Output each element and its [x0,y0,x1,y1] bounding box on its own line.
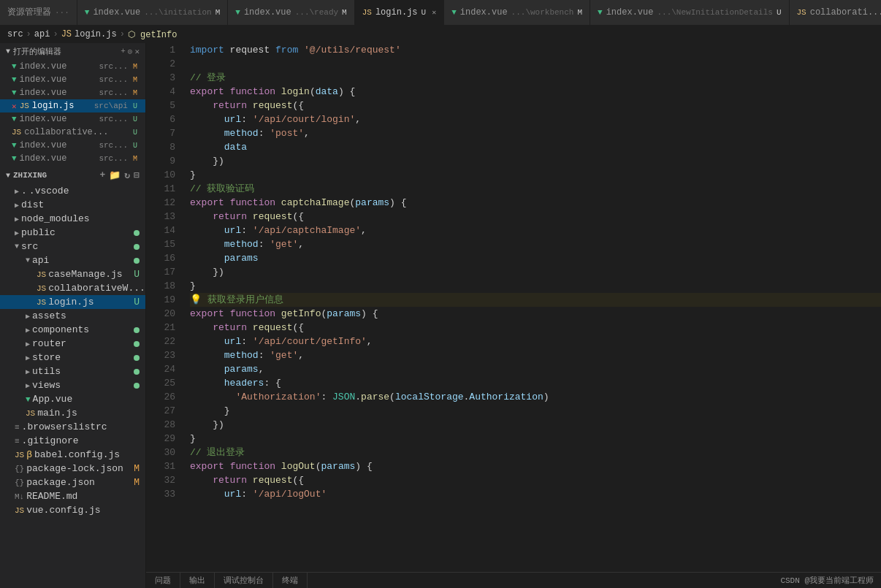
editor-item-index4[interactable]: ▼ index.vue src... U [0,112,145,126]
file-dot-icon: ≡ [15,423,20,432]
tab-label: index.vue [606,7,654,18]
unsaved-badge: U [131,102,140,110]
editor-filename: index.vue [20,140,96,150]
git-status-dot [134,369,140,375]
collapse-all-icon[interactable]: ⊟ [134,169,140,181]
tab-index-newinitiationdetails[interactable]: ▼ index.vue ...\NewInitiationDetails U [590,0,789,25]
breadcrumb-loginjs[interactable]: login.js [75,29,117,39]
new-folder-icon[interactable]: 📁 [109,169,121,181]
code-line-22: url: '/api/court/getInfo', [190,335,881,348]
tree-item-views[interactable]: ▶ views [0,378,145,392]
code-line-30: // 退出登录 [190,446,881,459]
tree-item-readme[interactable]: M↓ README.md [0,489,145,503]
folder-name: utils [32,366,61,377]
js-file-icon: JS [20,102,29,110]
tab-label: collaborati... [810,7,881,18]
js-icon-breadcrumb: JS [61,29,72,39]
tab-login-js[interactable]: JS login.js U ✕ [355,0,444,25]
tree-item-utils[interactable]: ▶ utils [0,364,145,378]
tree-item-package[interactable]: {} package.json M [0,476,145,489]
git-status-dot [134,258,140,264]
breadcrumb-getinfo[interactable]: ⬡ getInfo [128,29,178,40]
tree-item-collaborative[interactable]: JS collaborativeW... U [0,281,145,295]
editor-item-index2[interactable]: ▼ index.vue src... M [0,73,145,86]
close-icon[interactable]: ✕ [12,102,17,111]
file-name: babel.config.js [34,449,120,460]
tree-item-browserslistrc[interactable]: ≡ .browserslistrc [0,420,145,434]
new-file-icon[interactable]: + [100,169,106,181]
tree-item-store[interactable]: ▶ store [0,351,145,364]
code-content[interactable]: import request from '@/utils/request' //… [183,43,881,572]
folder-name: src [21,241,38,252]
tab-close-button[interactable]: ✕ [432,8,436,17]
tab-modified: M [216,8,221,17]
tab-index-initiation[interactable]: ▼ index.vue ...\initiation M [77,0,228,25]
js-file-icon: JS [26,409,35,418]
tree-item-gitignore[interactable]: ≡ .gitignore [0,434,145,448]
save-all-icon[interactable]: ⊙ [128,47,133,56]
js-file-icon: JS [12,128,21,137]
tree-item-src[interactable]: ▼ src [0,240,145,253]
code-line-27: } [190,404,881,418]
code-line-32: return request({ [190,473,881,487]
tab-collaborative[interactable]: JS collaborati... [790,0,882,25]
tree-item-router[interactable]: ▶ router [0,337,145,351]
folder-name: public [21,227,56,238]
tab-label: index.vue [93,7,140,18]
folder-name: dist [21,199,44,210]
breadcrumb-src[interactable]: src [7,29,23,39]
main-area: ▼ 打开的编辑器 + ⊙ ✕ ▼ index.vue src... M ▼ in… [0,43,881,588]
tree-item-vscode[interactable]: ▶ . .vscode [0,184,145,198]
open-editors-label: 打开的编辑器 [13,46,61,57]
close-all-icon[interactable]: ✕ [134,47,140,56]
editor-item-index1[interactable]: ▼ index.vue src... M [0,60,145,73]
refresh-icon[interactable]: ↻ [124,169,130,181]
js-icon: JS [797,8,806,17]
open-editors-section[interactable]: ▼ 打开的编辑器 + ⊙ ✕ [0,43,145,60]
tree-item-components[interactable]: ▶ components [0,323,145,337]
tab-index-ready[interactable]: ▼ index.vue ...\ready M [228,0,354,25]
tab-terminal[interactable]: 终端 [273,573,308,589]
tree-item-appvue[interactable]: ▼ App.vue [0,392,145,406]
breadcrumb-sep2: › [53,29,58,39]
tree-item-babelconfig[interactable]: JS β babel.config.js [0,448,145,462]
tree-item-vueconfig[interactable]: JS vue.config.js [0,503,145,517]
code-line-25: headers: { [190,376,881,390]
tab-output[interactable]: 输出 [180,573,215,589]
tree-item-loginjs[interactable]: JS login.js U [0,295,145,309]
tab-explorer[interactable]: 资源管理器 ··· [0,0,77,25]
tree-item-mainjs[interactable]: JS main.js [0,406,145,420]
tab-problems[interactable]: 问题 [146,573,180,589]
editor-item-index5[interactable]: ▼ index.vue src... U [0,139,145,152]
tree-item-packagelock[interactable]: {} package-lock.json M [0,462,145,476]
modified-badge: M [131,76,140,84]
tree-item-api[interactable]: ▼ api [0,253,145,267]
tree-item-public[interactable]: ▶ public [0,226,145,240]
tab-modified: M [342,8,347,17]
modified-badge: M [131,155,140,163]
editor-path: src... [99,154,128,163]
editor-item-collaborative[interactable]: JS collaborative... U [0,126,145,139]
tree-item-node_modules[interactable]: ▶ node_modules [0,212,145,226]
new-file-icon[interactable]: + [121,47,126,56]
git-status-dot [134,327,140,333]
git-badge: U [134,297,140,308]
tab-index-workbench[interactable]: ▼ index.vue ...\workbench M [444,0,590,25]
line-numbers: 12345 678910 1112131415 1617181920 21222… [146,43,183,572]
tree-item-dist[interactable]: ▶ dist [0,198,145,212]
tab-debug-console[interactable]: 调试控制台 [215,573,273,589]
vue-file-icon: ▼ [12,62,17,71]
code-line-29: } [190,432,881,446]
folder-arrow: ▶ [26,354,30,362]
tab-path: ...\NewInitiationDetails [657,8,772,17]
editor-path: src... [99,75,128,84]
code-container[interactable]: 12345 678910 1112131415 1617181920 21222… [146,43,881,572]
editor-item-loginjs[interactable]: ✕ JS login.js src\api U [0,99,145,112]
modified-badge: M [131,63,140,71]
code-line-14: url: '/api/captchaImage', [190,224,881,237]
breadcrumb-api[interactable]: api [34,29,50,39]
tree-item-assets[interactable]: ▶ assets [0,309,145,323]
editor-item-index3[interactable]: ▼ index.vue src... M [0,86,145,99]
tree-item-casemanage[interactable]: JS caseManage.js U [0,267,145,281]
editor-item-index6[interactable]: ▼ index.vue src... M [0,152,145,165]
